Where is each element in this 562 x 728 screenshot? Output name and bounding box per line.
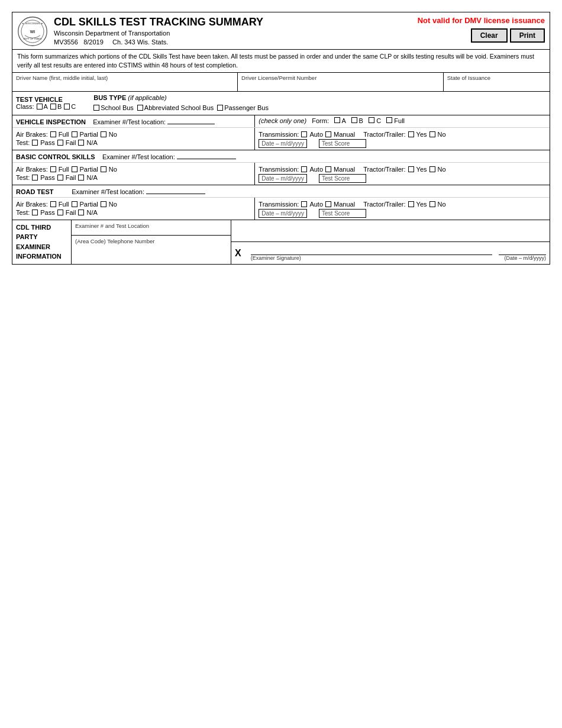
form-title: CDL SKILLS TEST TRACKING SUMMARY [54,16,415,29]
rt-na-checkbox[interactable] [78,210,84,215]
cdl-title-line3: EXAMINER [16,242,67,252]
bc-na-checkbox[interactable] [78,175,84,181]
cdl-examiner-label: Examiner # and Test Location [75,223,149,229]
rt-test-row: Test: Pass Fail N/A [16,209,251,216]
rt-tt-no-checkbox[interactable] [429,201,435,207]
bc-test-label: Test: [16,174,30,181]
bus-type-label: BUS TYPE [93,94,126,101]
class-b-item: B [50,103,62,110]
bc-yes-checkbox[interactable] [408,166,414,172]
abbreviated-bus-item: Abbreviated School Bus [137,104,214,111]
bc-date-box[interactable]: Date – m/d/yyyy [259,174,307,183]
date-line[interactable] [499,246,546,255]
vi-date-box[interactable]: Date – m/d/yyyy [259,139,307,148]
bc-air-brakes-label: Air Brakes: [16,166,48,173]
not-valid-text: Not valid for DMV license issuance [418,16,545,25]
driver-name-value [16,81,234,89]
vi-partial-checkbox[interactable] [72,131,77,137]
vi-no-label: No [109,131,117,138]
vi-pass-checkbox[interactable] [32,140,38,146]
signature-line[interactable] [251,246,493,255]
rt-date-box[interactable]: Date – m/d/yyyy [259,209,307,218]
school-bus-checkbox[interactable] [93,105,99,111]
form-stats: Ch. 343 Wis. Stats. [112,38,168,46]
rt-auto-checkbox[interactable] [301,201,307,207]
driver-name-label: Driver Name (first, middle initial, last… [16,75,234,81]
vi-air-brakes-row: Air Brakes: Full Partial No [16,131,251,138]
cdl-signature-row: X (Examiner Signature) (Date – m/d/yyyy) [231,242,550,264]
vi-form-a-checkbox[interactable] [334,117,340,123]
rt-title: ROAD TEST [16,188,54,195]
vi-no-checkbox[interactable] [101,131,106,137]
class-label: Class: [16,103,34,110]
vi-form-c-checkbox[interactable] [369,117,374,123]
action-buttons: Clear Print [471,28,545,43]
class-a-checkbox[interactable] [37,104,43,109]
rt-yes-checkbox[interactable] [408,201,414,207]
vi-fail-checkbox[interactable] [57,140,63,146]
rt-transmission-row: Transmission: Auto Manual Tractor/Traile… [259,201,546,208]
rt-date-score: Date – m/d/yyyy Test Score [259,209,546,218]
rt-examiner-input[interactable] [146,187,205,194]
rt-score-box: Test Score [319,209,366,218]
road-test-header: ROAD TEST Examiner #/Test location: [12,185,550,198]
vi-air-brakes-label: Air Brakes: [16,131,48,138]
bc-manual-checkbox[interactable] [325,166,331,172]
bc-no-label: No [109,166,117,173]
x-mark: X [235,248,241,259]
bc-fail-checkbox[interactable] [57,175,63,181]
class-c-checkbox[interactable] [64,104,70,109]
cdl-phone-row: (Area Code) Telephone Number [72,236,231,251]
rt-examiner-label: Examiner #/Test location: [72,188,144,195]
driver-state-cell: State of Issuance [444,73,550,91]
bc-tt-no-checkbox[interactable] [429,166,435,172]
rt-manual-checkbox[interactable] [325,201,331,207]
form-date: 8/2019 [83,38,104,46]
vi-form-b: B [359,117,363,124]
print-button[interactable]: Print [510,28,545,43]
bc-auto-checkbox[interactable] [301,166,307,172]
vi-test-label: Test: [16,139,30,146]
school-bus-label: School Bus [101,104,134,111]
rt-fail-checkbox[interactable] [57,210,63,215]
class-b-label: B [57,103,62,110]
vi-tt-no-checkbox[interactable] [429,131,435,137]
vi-transmission-label: Transmission: [259,131,299,138]
vi-form-b-checkbox[interactable] [351,117,357,123]
bc-examiner-label: Examiner #/Test location: [102,153,175,160]
rt-body: Air Brakes: Full Partial No Test: Pass F… [12,198,550,220]
abbreviated-bus-checkbox[interactable] [137,105,143,111]
header-center: CDL SKILLS TEST TRACKING SUMMARY Wiscons… [54,16,415,47]
vi-manual-checkbox[interactable] [325,131,331,137]
date-label: (Date – m/d/yyyy) [504,255,546,261]
vi-tt-no-label: No [438,131,446,138]
bc-examiner-input[interactable] [177,152,236,159]
vi-form-full-checkbox[interactable] [386,117,392,123]
rt-no-label: No [109,201,117,208]
bc-partial-checkbox[interactable] [72,166,77,172]
vi-full-label: Full [59,131,69,138]
vi-auto-checkbox[interactable] [301,131,307,137]
vi-full-checkbox[interactable] [50,131,56,137]
rt-full-checkbox[interactable] [50,201,56,207]
test-vehicle-title: TEST VEHICLE [16,96,76,103]
bc-transmission-row: Transmission: Auto Manual Tractor/Traile… [259,166,546,173]
rt-no-checkbox[interactable] [101,201,106,207]
bc-pass-checkbox[interactable] [32,175,38,181]
bc-header: BASIC CONTROL SKILLS Examiner #/Test loc… [12,150,550,162]
passenger-bus-checkbox[interactable] [217,105,223,111]
wisconsin-logo: ★ WISCONSIN ★ WI DEPT OF TRANS [17,16,48,47]
driver-name-cell: Driver Name (first, middle initial, last… [12,73,238,91]
bc-no-checkbox[interactable] [101,166,106,172]
vi-na-checkbox[interactable] [78,140,84,146]
test-vehicle-section: TEST VEHICLE Class: A B C [16,96,76,110]
rt-right: Transmission: Auto Manual Tractor/Traile… [255,198,550,220]
signature-area: (Examiner Signature) [251,246,493,261]
clear-button[interactable]: Clear [471,28,508,43]
rt-partial-checkbox[interactable] [72,201,77,207]
vi-examiner-input[interactable] [167,117,215,124]
class-b-checkbox[interactable] [50,104,56,109]
rt-pass-checkbox[interactable] [32,210,38,215]
bc-full-checkbox[interactable] [50,166,56,172]
vi-yes-checkbox[interactable] [408,131,414,137]
